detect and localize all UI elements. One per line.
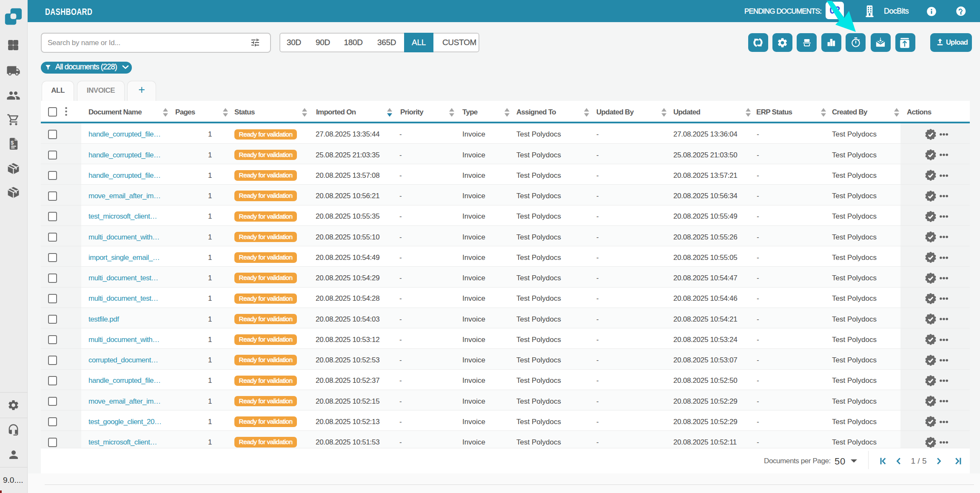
svg-text:$: $: [11, 140, 14, 146]
